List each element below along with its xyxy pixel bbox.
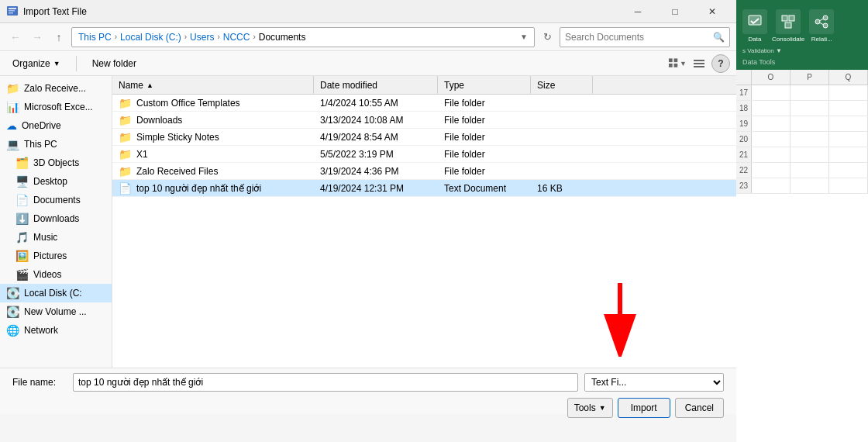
excel-cell-q[interactable] [829, 147, 868, 162]
view-options-button[interactable]: ▼ [668, 54, 687, 73]
folder-icon: 📁 [6, 82, 19, 95]
sidebar-item-label: Pictures [33, 250, 105, 261]
excel-column-headers: O P Q [736, 70, 868, 85]
excel-cell-o[interactable] [752, 147, 790, 162]
file-type-cell: File folder [438, 149, 531, 160]
search-input[interactable] [565, 32, 710, 43]
breadcrumb-localdisk[interactable]: Local Disk (C:) [120, 32, 181, 43]
excel-cell-p[interactable] [790, 163, 829, 178]
filetype-select[interactable]: Text Fi... [584, 373, 724, 392]
sidebar-item-pictures[interactable]: 🖼️ Pictures [0, 247, 112, 265]
sidebar-item-zalo[interactable]: 📁 Zalo Receive... [0, 79, 112, 98]
excel-cell-o[interactable] [752, 132, 790, 147]
table-row[interactable]: 📁 Downloads 3/13/2024 10:08 AM File fold… [112, 112, 736, 129]
excel-cell-o[interactable] [752, 101, 790, 116]
file-date-cell: 4/19/2024 8:54 AM [314, 132, 438, 143]
excel-cell-p[interactable] [790, 178, 829, 193]
3dobjects-icon: 🗂️ [16, 157, 29, 169]
disk-icon: 💽 [6, 287, 19, 299]
organize-label: Organize [12, 58, 50, 69]
breadcrumb-thispc[interactable]: This PC [78, 32, 112, 43]
import-button[interactable]: Import [618, 398, 670, 418]
sidebar-item-3dobjects[interactable]: 🗂️ 3D Objects [0, 154, 112, 172]
excel-row[interactable]: 17 [736, 85, 868, 101]
excel-cell-o[interactable] [752, 178, 790, 193]
excel-row[interactable]: 21 [736, 147, 868, 163]
table-row[interactable]: 📄 top 10 người đẹp nhất thế giới 4/19/20… [112, 180, 736, 197]
excel-row[interactable]: 20 [736, 132, 868, 147]
excel-cell-q[interactable] [829, 178, 868, 193]
excel-cell-q[interactable] [829, 116, 868, 131]
sidebar-item-downloads[interactable]: ⬇️ Downloads [0, 209, 112, 228]
filename-input[interactable] [73, 373, 578, 392]
breadcrumb-users[interactable]: Users [190, 32, 214, 43]
cancel-label: Cancel [685, 402, 714, 413]
new-folder-button[interactable]: New folder [86, 54, 143, 73]
excel-relationships-tool[interactable]: Relati... [809, 9, 834, 43]
sidebar-item-music[interactable]: 🎵 Music [0, 228, 112, 247]
column-header-name[interactable]: Name ▲ [112, 76, 314, 94]
up-button[interactable]: ↑ [50, 28, 68, 47]
excel-cell-o[interactable] [752, 85, 790, 100]
filename-row: File name: Text Fi... [12, 373, 724, 392]
excel-cell-o[interactable] [752, 163, 790, 178]
table-row[interactable]: 📁 Zalo Received Files 3/19/2024 4:36 PM … [112, 163, 736, 180]
sidebar-item-desktop[interactable]: 🖥️ Desktop [0, 172, 112, 191]
sidebar-item-newvolume[interactable]: 💽 New Volume ... [0, 302, 112, 321]
sidebar-item-onedrive[interactable]: ☁ OneDrive [0, 116, 112, 135]
column-header-date[interactable]: Date modified [314, 76, 438, 94]
excel-row[interactable]: 18 [736, 101, 868, 116]
excel-cell-q[interactable] [829, 163, 868, 178]
folder-icon: 📁 [119, 131, 132, 143]
table-row[interactable]: 📁 X1 5/5/2022 3:19 PM File folder [112, 146, 736, 163]
maximize-button[interactable]: □ [657, 0, 693, 23]
table-row[interactable]: 📁 Custom Office Templates 1/4/2024 10:55… [112, 95, 736, 112]
sidebar-item-videos[interactable]: 🎬 Videos [0, 265, 112, 284]
documents-icon: 📄 [16, 194, 29, 206]
forward-button[interactable]: → [28, 28, 46, 47]
cancel-button[interactable]: Cancel [675, 398, 724, 418]
minimize-button[interactable]: ─ [620, 0, 656, 23]
file-name-cell: 📁 Downloads [112, 114, 314, 126]
refresh-button[interactable]: ↻ [538, 28, 556, 47]
help-button[interactable]: ? [711, 54, 730, 73]
sidebar-item-thispc[interactable]: 💻 This PC [0, 135, 112, 154]
sidebar-item-localdisk[interactable]: 💽 Local Disk (C: [0, 284, 112, 302]
excel-cell-q[interactable] [829, 101, 868, 116]
excel-consolidate-tool[interactable]: Consolidate [772, 9, 804, 43]
close-button[interactable]: ✕ [694, 0, 730, 23]
excel-cell-p[interactable] [790, 132, 829, 147]
breadcrumb-nccc[interactable]: NCCC [223, 32, 250, 43]
excel-cell-q[interactable] [829, 132, 868, 147]
sidebar-item-network[interactable]: 🌐 Network [0, 321, 112, 340]
excel-row[interactable]: 19 [736, 116, 868, 132]
excel-cell-q[interactable] [829, 85, 868, 100]
relati-label: Relati... [811, 36, 832, 43]
excel-cell-p[interactable] [790, 116, 829, 131]
sidebar-item-excel[interactable]: 📊 Microsoft Exce... [0, 98, 112, 116]
data-tools-label: Data Tools [742, 56, 862, 67]
excel-cell-p[interactable] [790, 101, 829, 116]
tools-button[interactable]: Tools ▼ [567, 398, 613, 418]
organize-button[interactable]: Organize ▼ [6, 54, 67, 73]
pictures-icon: 🖼️ [16, 250, 29, 262]
sidebar-item-documents[interactable]: 📄 Documents [0, 191, 112, 209]
table-row[interactable]: 📁 Simple Sticky Notes 4/19/2024 8:54 AM … [112, 129, 736, 146]
column-header-size[interactable]: Size [531, 76, 593, 94]
excel-data-tool[interactable]: Data [742, 9, 767, 43]
back-button[interactable]: ← [6, 28, 25, 47]
excel-cell-o[interactable] [752, 116, 790, 131]
excel-row[interactable]: 22 [736, 163, 868, 178]
row-number: 17 [736, 85, 752, 100]
breadcrumb-dropdown-icon[interactable]: ▼ [520, 33, 528, 41]
excel-cell-p[interactable] [790, 147, 829, 162]
details-view-button[interactable] [690, 54, 708, 73]
column-header-type[interactable]: Type [438, 76, 531, 94]
svg-rect-10 [694, 66, 704, 67]
svg-rect-13 [789, 16, 794, 21]
excel-row[interactable]: 23 [736, 178, 868, 194]
excel-cell-p[interactable] [790, 85, 829, 100]
excel-ribbon: Data Consolidate [736, 0, 868, 70]
bottom-bar: File name: Text Fi... Tools ▼ Import Can… [0, 368, 736, 414]
row-number: 19 [736, 116, 752, 131]
